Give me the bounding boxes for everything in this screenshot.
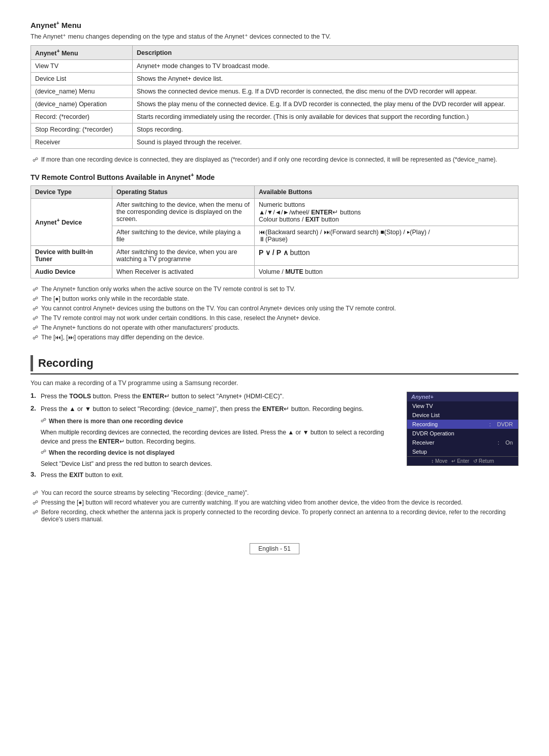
- steps-right: Anynet+ View TV Device List Recording: D…: [407, 392, 518, 466]
- menu-item-receiver: Receiver: On: [407, 438, 518, 447]
- anynet-menu-note: ☍ If more than one recording device is c…: [30, 156, 518, 163]
- recording-title: Recording: [38, 357, 94, 370]
- table-row: Device List Shows the Anynet+ device lis…: [31, 73, 518, 85]
- table-row: Record: (*recorder) Starts recording imm…: [31, 111, 518, 123]
- recording-note-1: ☍ You can record the source streams by s…: [30, 489, 518, 496]
- menu-box-footer: ↕ Move ↵ Enter ↺ Return: [407, 456, 518, 465]
- table-row: View TV Anynet+ mode changes to TV broad…: [31, 60, 518, 73]
- step-2-subnote-1-body: When multiple recording devices are conn…: [41, 428, 396, 446]
- step-2-subnote-2: ☍ When the recording device is not displ…: [41, 448, 396, 457]
- tv-remote-note-3: ☍ You cannot control Anynet+ devices usi…: [30, 305, 518, 312]
- table-row: Device with built-in Tuner After switchi…: [31, 245, 518, 265]
- tv-remote-note-2: ☍ The [●] button works only while in the…: [30, 295, 518, 302]
- recording-note-2: ☍ Pressing the [●] button will record wh…: [30, 499, 518, 506]
- page-footer: English - 51: [30, 543, 518, 554]
- table-row: Audio Device When Receiver is activated …: [31, 265, 518, 278]
- table-row: Stop Recording: (*recorder) Stops record…: [31, 123, 518, 136]
- steps-left: 1. Press the TOOLS button. Press the ENT…: [30, 392, 396, 483]
- recording-header: Recording: [30, 355, 518, 374]
- tv-remote-note-5: ☍ The Anynet+ functions do not operate w…: [30, 324, 518, 331]
- col-header-device-type: Device Type: [31, 185, 112, 198]
- table-row: Anynet+ Device After switching to the de…: [31, 198, 518, 226]
- col-header-available-buttons: Available Buttons: [255, 185, 518, 198]
- col-header-menu: Anynet+ Menu: [31, 46, 133, 60]
- tv-remote-section: TV Remote Control Buttons Available in A…: [30, 171, 518, 341]
- table-row: Receiver Sound is played through the rec…: [31, 136, 518, 149]
- menu-item-view-tv: View TV: [407, 401, 518, 411]
- table-row: (device_name) Operation Shows the play m…: [31, 98, 518, 111]
- tv-remote-note-1: ☍ The Anynet+ function only works when t…: [30, 286, 518, 293]
- anynet-menu-screenshot: Anynet+ View TV Device List Recording: D…: [407, 392, 518, 466]
- page-number-badge: English - 51: [250, 543, 299, 554]
- recording-bottom-notes: ☍ You can record the source streams by s…: [30, 489, 518, 523]
- recording-section: Recording You can make a recording of a …: [30, 355, 518, 523]
- anynet-menu-intro: The Anynet⁺ menu changes depending on th…: [30, 33, 518, 40]
- recording-intro: You can make a recording of a TV program…: [30, 380, 518, 387]
- step-3: 3. Press the EXIT button to exit.: [30, 470, 396, 480]
- tv-remote-table: Device Type Operating Status Available B…: [30, 185, 518, 278]
- recording-bar-decoration: [30, 355, 33, 371]
- menu-box-title: Anynet+: [407, 392, 518, 401]
- note-icon: ☍: [33, 156, 38, 163]
- menu-item-recording: Recording: DVDR: [407, 420, 518, 429]
- tv-remote-title: TV Remote Control Buttons Available in A…: [30, 171, 518, 181]
- table-row: (device_name) Menu Shows the connected d…: [31, 85, 518, 98]
- anynet-menu-title: Anynet+ Menu: [30, 20, 518, 29]
- step-2-subnote-1: ☍ When there is more than one recording …: [41, 417, 396, 426]
- tv-remote-note-4: ☍ The TV remote control may not work und…: [30, 314, 518, 322]
- menu-item-dvdr-operation: DVDR Operation: [407, 429, 518, 438]
- tv-remote-note-6: ☍ The [⏮], [⏭] operations may differ dep…: [30, 334, 518, 341]
- steps-container: 1. Press the TOOLS button. Press the ENT…: [30, 392, 518, 483]
- menu-item-device-list: Device List: [407, 411, 518, 420]
- anynet-menu-section: Anynet+ Menu The Anynet⁺ menu changes de…: [30, 20, 518, 163]
- step-2: 2. Press the ▲ or ▼ button to select "Re…: [30, 404, 396, 414]
- menu-item-setup: Setup: [407, 447, 518, 456]
- col-header-operating-status: Operating Status: [112, 185, 255, 198]
- col-header-description: Description: [133, 46, 518, 60]
- anynet-menu-table: Anynet+ Menu Description View TV Anynet+…: [30, 45, 518, 149]
- recording-note-3: ☍ Before recording, check whether the an…: [30, 509, 518, 523]
- step-2-subnote-2-body: Select "Device List" and press the red b…: [41, 459, 396, 468]
- step-1: 1. Press the TOOLS button. Press the ENT…: [30, 392, 396, 401]
